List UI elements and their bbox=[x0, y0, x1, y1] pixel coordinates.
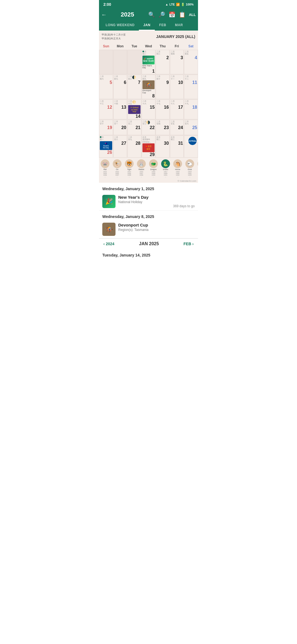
zodiac-icon: 🐲 bbox=[149, 159, 158, 168]
cal-cell-jan11[interactable]: 二月十二 11 bbox=[184, 75, 198, 99]
day-number: 7 bbox=[128, 80, 141, 85]
holiday-dot bbox=[142, 51, 144, 52]
cal-cell-jan12[interactable]: 二月十三 12 bbox=[99, 99, 113, 119]
bottom-nav: ‹ 2024 JAN 2025 FEB › bbox=[99, 238, 198, 249]
cal-cell-jan3[interactable]: 二月初四 3 bbox=[170, 50, 184, 74]
cal-cell-jan17[interactable]: 二月十八 17 bbox=[170, 99, 184, 119]
zodiac-item[interactable]: 🐲Dragon191619281940... bbox=[147, 159, 160, 178]
event-label: Devonport Cup bbox=[142, 89, 155, 94]
chinese-day: 二月廿四 bbox=[156, 121, 169, 125]
zodiac-icon: 🐍 bbox=[161, 159, 170, 168]
tab-feb[interactable]: FEB bbox=[155, 20, 171, 31]
chinese-day: 二月廿一 bbox=[114, 121, 127, 125]
cal-cell-jan9[interactable]: 二月初十 9 bbox=[156, 75, 170, 99]
event-image: 🇦🇺Australia Day bbox=[100, 141, 112, 150]
zodiac-item[interactable]: 🐍Snake191719291941... bbox=[160, 159, 172, 178]
event-subtitle-2: Region(s): Tasmania bbox=[118, 228, 195, 232]
cal-cell-jan18[interactable]: 二月十九 18 bbox=[184, 99, 198, 119]
tab-mar[interactable]: MAR bbox=[170, 20, 187, 31]
zodiac-label: Rabbit bbox=[136, 168, 147, 171]
day-number: 17 bbox=[171, 105, 183, 110]
cal-cell-jan29[interactable]: 正月农历新年Chinese... 🧧农历新年 29 bbox=[142, 135, 156, 158]
all-filter-button[interactable]: ALL bbox=[189, 13, 196, 17]
event-item-1[interactable]: 🎉 New Year's Day National Holiday 369 da… bbox=[99, 193, 198, 211]
event-image: 🏇 bbox=[142, 80, 155, 89]
cal-cell-jan6[interactable]: 二月初七 6 bbox=[113, 75, 127, 99]
cal-cell-jan31[interactable]: 正月初三 31 bbox=[170, 135, 184, 158]
chinese-day: 二月十三 bbox=[100, 100, 112, 105]
chinese-day: 二月廿六 bbox=[185, 121, 197, 125]
zodiac-years: 191819301942... bbox=[172, 171, 183, 178]
back-button[interactable]: ← bbox=[101, 12, 107, 18]
cal-cell-jan20[interactable]: 二月廿一 20 bbox=[113, 120, 127, 135]
day-header-tue: Tue bbox=[127, 43, 141, 50]
cal-cell-jan21[interactable]: 二月廿二 21 bbox=[127, 120, 141, 135]
cal-cell-jan19[interactable]: 二月廿十 19 bbox=[99, 120, 113, 135]
tab-jan[interactable]: JAN bbox=[139, 20, 155, 31]
month-title: JANUARY 2025 (ALL) bbox=[156, 34, 195, 39]
event-info-2: Devonport Cup Region(s): Tasmania bbox=[118, 223, 195, 232]
cal-cell-jan22[interactable]: 🌗 二月廿三 22 bbox=[142, 120, 156, 135]
australia-day-badge: AUSTRALIA bbox=[188, 137, 197, 145]
cal-cell-jan2[interactable]: 二月初三 2 bbox=[156, 50, 170, 74]
next-month-button[interactable]: FEB › bbox=[183, 242, 194, 246]
zodiac-item[interactable]: 🐯Tiger191419261938... bbox=[123, 159, 135, 178]
cal-cell-jan16[interactable]: 二月十七 16 bbox=[156, 99, 170, 119]
zodiac-label: Dragon bbox=[148, 168, 159, 171]
zoom-out-button[interactable]: 🔎 bbox=[158, 11, 165, 18]
zodiac-item[interactable]: 🐭Rat191219241936... bbox=[99, 159, 111, 178]
day-number: 27 bbox=[114, 141, 127, 146]
zodiac-icon: 🐮 bbox=[113, 159, 122, 168]
chinese-day: 二月十八 bbox=[171, 100, 183, 105]
app-header: ← 2025 🔍 🔎 📅 📋 ALL LONG WEEKEND JAN FEB … bbox=[99, 9, 198, 31]
zodiac-item[interactable]: 🐵Monkey192019321944... bbox=[196, 159, 198, 178]
cal-cell-empty-3 bbox=[127, 50, 141, 74]
cal-cell-jan25[interactable]: 二月廿六 25 bbox=[184, 120, 198, 135]
zodiac-item[interactable]: 🐑Goat191919311943... bbox=[184, 159, 196, 178]
cal-cell-jan5[interactable]: 二月初六 5 bbox=[99, 75, 113, 99]
day-number: 19 bbox=[100, 125, 112, 130]
day-number: 16 bbox=[156, 105, 169, 110]
zodiac-item[interactable]: 🐴Horse191819301942... bbox=[172, 159, 184, 178]
prev-year-button[interactable]: ‹ 2024 bbox=[103, 242, 114, 246]
cal-cell-jan23[interactable]: 二月廿四 23 bbox=[156, 120, 170, 135]
day-number: 4 bbox=[185, 56, 197, 60]
cal-cell-jan15[interactable]: 二月十六 15 bbox=[142, 99, 156, 119]
day-number: 21 bbox=[128, 125, 141, 130]
tab-long-weekend[interactable]: LONG WEEKEND bbox=[101, 20, 139, 31]
zodiac-label: Monkey bbox=[196, 168, 198, 171]
cal-cell-jan26[interactable]: 正月初一 🇦🇺Australia Day 26 bbox=[99, 135, 113, 158]
chinese-day: 二月廿十 bbox=[100, 121, 112, 125]
chinese-day: 正月初一 bbox=[100, 136, 112, 141]
calendar-view-button[interactable]: 📅 bbox=[169, 11, 175, 18]
cal-cell-jan13[interactable]: 二月十四 13 bbox=[113, 99, 127, 119]
chinese-day: 二月初九 bbox=[142, 75, 155, 80]
schedule-view-button[interactable]: 📋 bbox=[179, 11, 186, 18]
cal-cell-jan4[interactable]: 二月初五 4 bbox=[184, 50, 198, 74]
cal-cell-extra: AUSTRALIA bbox=[184, 135, 198, 158]
cal-cell-jan1[interactable]: 二月初二 🎉 HAPPYNEW YEAR! New Year's Day 1 bbox=[142, 50, 156, 74]
cal-cell-jan10[interactable]: 二月十一 10 bbox=[170, 75, 184, 99]
event-item-2[interactable]: 🏇 Devonport Cup Region(s): Tasmania bbox=[99, 220, 198, 238]
cal-cell-jan7[interactable]: 🌓 二月初八 7 bbox=[127, 75, 141, 99]
chinese-day: 二月初五 bbox=[185, 51, 197, 55]
chinese-month-label: 甲辰(龙)年十二月小至 甲辰(蛇)年正月大 bbox=[102, 33, 126, 40]
cal-cell-jan14[interactable]: 🌕 二月十五 ✝ Orthodox NewYear 14 bbox=[127, 99, 141, 119]
day-header-mon: Mon bbox=[113, 43, 127, 50]
zodiac-icon: 🐭 bbox=[101, 159, 109, 168]
chinese-day: 二月廿九 bbox=[128, 136, 141, 141]
cal-cell-jan30[interactable]: 正月初二 30 bbox=[156, 135, 170, 158]
zodiac-label: Ox bbox=[112, 168, 123, 171]
chinese-day: 二月初七 bbox=[114, 75, 127, 80]
zodiac-item[interactable]: 🐮Ox191319251937... bbox=[111, 159, 123, 178]
cal-cell-jan28[interactable]: 二月廿九 28 bbox=[127, 135, 141, 158]
cal-cell-jan8[interactable]: 二月初九 🏇 Devonport Cup 8 bbox=[142, 75, 156, 99]
chinese-day: 二月十一 bbox=[171, 75, 183, 80]
day-number: 26 bbox=[100, 150, 112, 155]
zoom-in-button[interactable]: 🔍 bbox=[148, 11, 155, 18]
cal-cell-jan27[interactable]: 二月廿八 27 bbox=[113, 135, 127, 158]
moon-phase: 🌗 bbox=[146, 121, 150, 124]
event-countdown-1: 369 days to go bbox=[173, 204, 195, 208]
cal-cell-jan24[interactable]: 二月廿五 24 bbox=[170, 120, 184, 135]
zodiac-item[interactable]: 🐰Rabbit191519271939... bbox=[135, 159, 147, 178]
